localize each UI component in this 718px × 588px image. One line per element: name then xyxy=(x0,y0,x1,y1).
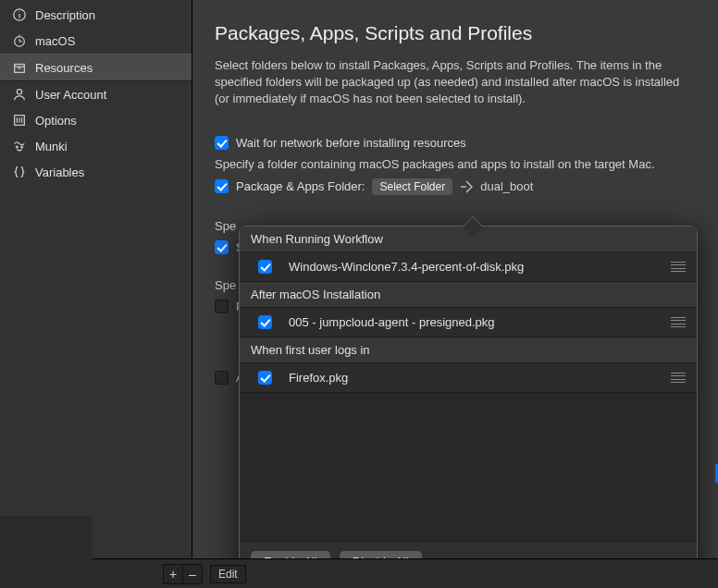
obscured-checkbox-1[interactable] xyxy=(215,240,229,254)
package-label: Firefox.pkg xyxy=(289,371,654,385)
remove-button[interactable]: – xyxy=(182,564,203,584)
sidebar-item-macos[interactable]: macOS xyxy=(0,28,192,54)
drag-handle-icon[interactable] xyxy=(671,262,686,273)
svg-point-10 xyxy=(17,90,21,94)
sidebar-item-user-account[interactable]: User Account xyxy=(0,81,192,107)
page-title: Packages, Apps, Scripts and Profiles xyxy=(215,22,696,44)
sidebar-item-label: User Account xyxy=(35,88,106,102)
package-checkbox[interactable] xyxy=(258,371,272,385)
folder-value: dual_boot xyxy=(480,179,533,193)
list-item[interactable]: Firefox.pkg xyxy=(240,363,697,393)
munki-icon xyxy=(11,138,28,154)
edit-button[interactable]: Edit xyxy=(210,565,246,583)
sidebar-item-variables[interactable]: Variables xyxy=(0,159,192,185)
bottom-strip xyxy=(0,516,93,588)
sidebar-item-resources[interactable]: Resources xyxy=(0,54,192,81)
options-icon xyxy=(11,112,28,129)
sidebar-item-options[interactable]: Options xyxy=(0,107,192,133)
list-item[interactable]: Windows-Winclone7.3.4-percent-of-disk.pk… xyxy=(240,252,697,282)
obscured-checkbox-2[interactable] xyxy=(215,300,229,313)
clock-icon xyxy=(11,32,28,49)
page-description: Select folders below to install Packages… xyxy=(215,57,696,108)
popover-list: When Running Workflow Windows-Winclone7.… xyxy=(240,227,697,542)
wait-network-checkbox[interactable] xyxy=(215,136,229,150)
package-label: Windows-Winclone7.3.4-percent-of-disk.pk… xyxy=(289,260,654,274)
bottom-toolbar: + – Edit xyxy=(93,558,718,588)
package-folder-checkbox[interactable] xyxy=(215,179,229,193)
package-checkbox[interactable] xyxy=(258,315,272,329)
obscured-checkbox-3[interactable] xyxy=(215,371,229,385)
package-label: 005 - jumpcloud-agent - presigned.pkg xyxy=(289,315,654,329)
packages-popover: When Running Workflow Windows-Winclone7.… xyxy=(239,226,698,582)
braces-icon xyxy=(11,164,28,180)
svg-point-16 xyxy=(21,146,23,148)
box-icon xyxy=(11,59,28,76)
sidebar-item-description[interactable]: Description xyxy=(0,2,192,28)
package-folder-row: Package & Apps Folder: Select Folder dua… xyxy=(215,178,696,195)
sidebar: Description macOS Resources User Account… xyxy=(0,0,192,588)
add-button[interactable]: + xyxy=(163,564,183,584)
wait-network-label: Wait for network before installing resou… xyxy=(236,136,466,150)
packages-intro: Specify a folder containing macOS packag… xyxy=(215,157,696,171)
package-checkbox[interactable] xyxy=(258,260,272,274)
sidebar-item-label: Munki xyxy=(35,140,68,153)
svg-point-15 xyxy=(16,146,18,148)
sidebar-item-label: Description xyxy=(35,8,95,22)
sidebar-item-label: Variables xyxy=(35,165,84,179)
sidebar-item-munki[interactable]: Munki xyxy=(0,133,192,159)
list-item[interactable]: 005 - jumpcloud-agent - presigned.pkg xyxy=(240,308,697,337)
sidebar-item-label: macOS xyxy=(35,34,75,48)
select-folder-button[interactable]: Select Folder xyxy=(372,178,452,195)
package-folder-label: Package & Apps Folder: xyxy=(236,179,365,193)
info-icon xyxy=(11,6,28,23)
user-icon xyxy=(11,86,28,103)
sidebar-item-label: Options xyxy=(35,114,77,128)
drag-handle-icon[interactable] xyxy=(671,317,686,328)
reveal-icon[interactable] xyxy=(460,180,473,193)
list-empty-area xyxy=(240,393,697,542)
group-header: When first user logs in xyxy=(240,337,697,363)
group-header: After macOS Installation xyxy=(240,282,697,308)
wait-network-row: Wait for network before installing resou… xyxy=(215,136,696,150)
sidebar-item-label: Resources xyxy=(35,61,93,75)
drag-handle-icon[interactable] xyxy=(671,373,686,384)
